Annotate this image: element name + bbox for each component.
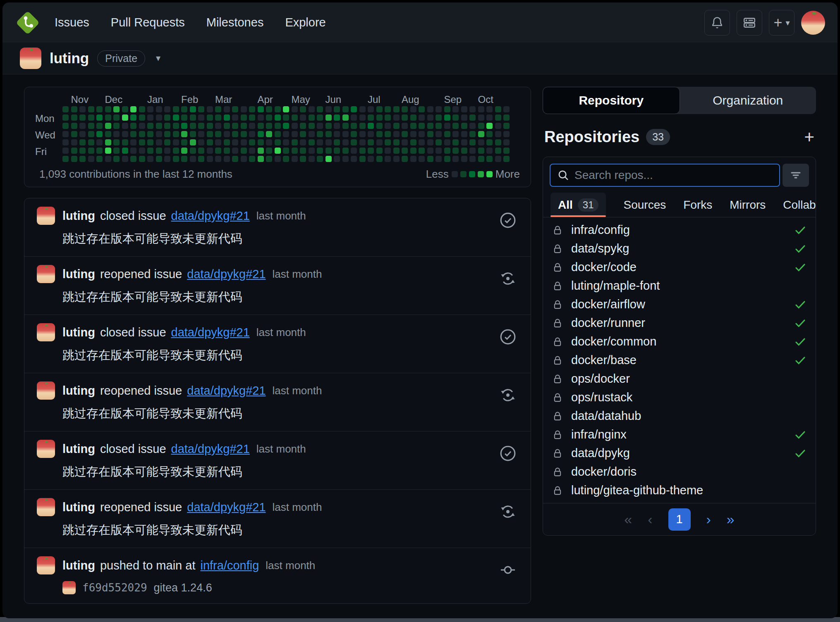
- feed-target-link[interactable]: data/dpykg#21: [171, 209, 250, 223]
- feed-actor[interactable]: luting: [62, 326, 95, 339]
- repo-row-docker-code[interactable]: docker/code: [543, 258, 816, 276]
- sync-check-icon: [794, 429, 806, 441]
- repo-filter-tab-all[interactable]: All31: [550, 193, 606, 217]
- feed-actor[interactable]: luting: [62, 384, 95, 398]
- add-repository-button[interactable]: +: [804, 129, 814, 146]
- nav-link-milestones[interactable]: Milestones: [206, 16, 264, 29]
- feed-actor[interactable]: luting: [62, 267, 95, 281]
- heatmap-cell: [71, 156, 77, 162]
- heatmap-cell: [427, 114, 433, 121]
- admin-panel-button[interactable]: [737, 10, 762, 36]
- heatmap-cell: [130, 114, 136, 121]
- sync-check-icon: [794, 354, 806, 367]
- pagination-prev-button[interactable]: ‹: [648, 511, 652, 527]
- issue-closed-icon: [499, 445, 517, 462]
- tab-repository[interactable]: Repository: [543, 87, 680, 114]
- repo-filter-tab-sources[interactable]: Sources: [623, 193, 666, 217]
- heatmap-month-apr: Apr: [258, 94, 273, 105]
- feed-target-link[interactable]: data/dpykg#21: [187, 500, 266, 514]
- feed-target-link[interactable]: infra/config: [200, 559, 259, 572]
- heatmap-cell: [393, 131, 400, 137]
- heatmap-cell: [156, 123, 162, 129]
- heatmap-cell: [325, 114, 332, 121]
- pagination-last-button[interactable]: »: [727, 511, 735, 527]
- repo-row-docker-doris[interactable]: docker/doris: [543, 462, 816, 481]
- user-avatar[interactable]: [801, 11, 825, 35]
- repo-row-data-datahub[interactable]: data/datahub: [543, 407, 816, 425]
- heatmap-cell: [283, 123, 289, 129]
- heatmap-cell: [385, 123, 391, 129]
- heatmap-cell: [342, 131, 349, 137]
- heatmap-cell: [444, 131, 450, 137]
- repo-name: luting/maple-font: [571, 279, 660, 293]
- nav-link-pull-requests[interactable]: Pull Requests: [111, 16, 185, 29]
- pagination-first-button[interactable]: «: [624, 511, 632, 527]
- feed-action-text: closed issue: [100, 326, 166, 339]
- feed-target-link[interactable]: data/dpykg#21: [171, 326, 250, 339]
- feed-target-link[interactable]: data/dpykg#21: [171, 442, 250, 456]
- repo-filter-tab-mirrors[interactable]: Mirrors: [730, 193, 766, 217]
- heatmap-cell: [105, 114, 111, 121]
- navbar: IssuesPull RequestsMilestonesExplore +: [2, 2, 838, 43]
- feed-item-header: lutingpushed to main atinfra/configlast …: [37, 556, 518, 574]
- feed-actor[interactable]: luting: [62, 209, 95, 223]
- feed-action-text: closed issue: [100, 442, 166, 456]
- heatmap-cell: [164, 114, 170, 121]
- repo-row-docker-common[interactable]: docker/common: [543, 332, 816, 351]
- pagination-current-page[interactable]: 1: [668, 508, 691, 531]
- heatmap-cell: [258, 131, 264, 137]
- profile-dropdown-icon[interactable]: ▾: [156, 53, 160, 64]
- profile-avatar[interactable]: [20, 48, 41, 69]
- heatmap-cell: [79, 106, 86, 112]
- feed-actor[interactable]: luting: [62, 500, 95, 514]
- feed-timestamp: last month: [273, 268, 322, 281]
- repo-row-docker-airflow[interactable]: docker/airflow: [543, 295, 816, 314]
- repo-row-infra-nginx[interactable]: infra/nginx: [543, 425, 816, 444]
- repo-row-data-spykg[interactable]: data/spykg: [543, 239, 816, 258]
- feed-target-link[interactable]: data/dpykg#21: [187, 384, 266, 398]
- nav-link-explore[interactable]: Explore: [285, 16, 325, 29]
- heatmap-cell: [96, 148, 103, 154]
- repo-row-ops-docker[interactable]: ops/docker: [543, 369, 816, 388]
- gitea-logo-icon[interactable]: [15, 10, 41, 36]
- heatmap-cell: [444, 148, 450, 154]
- feed-actor[interactable]: luting: [62, 559, 95, 572]
- heatmap-cell: [232, 123, 238, 129]
- heatmap-cell: [275, 123, 281, 129]
- plus-icon: +: [773, 15, 782, 30]
- heatmap-cell: [105, 139, 111, 145]
- nav-link-issues[interactable]: Issues: [55, 16, 89, 29]
- repo-row-luting-gitea-github-theme[interactable]: luting/gitea-github-theme: [543, 481, 816, 500]
- repo-filter-tab-forks[interactable]: Forks: [683, 193, 712, 217]
- repo-row-infra-config[interactable]: infra/config: [543, 221, 816, 239]
- heatmap-cell: [452, 148, 459, 154]
- repo-row-ops-rustack[interactable]: ops/rustack: [543, 388, 816, 407]
- heatmap-cell: [385, 106, 391, 112]
- heatmap-cell: [469, 114, 476, 121]
- notifications-button[interactable]: [704, 10, 730, 36]
- heatmap-cell: [88, 106, 94, 112]
- heatmap-cell: [444, 106, 450, 112]
- heatmap-cell: [410, 139, 416, 145]
- repo-filter-button[interactable]: [783, 164, 809, 187]
- repo-filter-tab-collaborative[interactable]: Collaborative: [783, 193, 816, 217]
- repo-row-data-dpykg[interactable]: data/dpykg: [543, 444, 816, 462]
- heatmap-cell: [139, 139, 145, 145]
- feed-actor[interactable]: luting: [62, 442, 95, 456]
- heatmap-cell: [376, 114, 383, 121]
- heatmap-cell: [342, 106, 349, 112]
- repo-search-input[interactable]: [574, 169, 773, 182]
- repo-row-docker-runner[interactable]: docker/runner: [543, 314, 816, 332]
- heatmap-cell: [71, 106, 77, 112]
- heatmap-cell: [190, 106, 196, 112]
- feed-target-link[interactable]: data/dpykg#21: [187, 267, 266, 281]
- create-new-button[interactable]: + ▾: [769, 10, 795, 36]
- commit-hash-link[interactable]: f69d552029: [82, 581, 147, 594]
- repo-row-docker-base[interactable]: docker/base: [543, 351, 816, 369]
- feed-issue-title: 跳过存在版本可能导致未更新代码: [62, 289, 518, 305]
- pagination-next-button[interactable]: ›: [706, 511, 711, 527]
- heatmap-cell: [342, 139, 349, 145]
- tab-organization[interactable]: Organization: [680, 87, 816, 114]
- repo-row-luting-maple-font[interactable]: luting/maple-font: [543, 276, 816, 295]
- lock-icon: [552, 280, 563, 292]
